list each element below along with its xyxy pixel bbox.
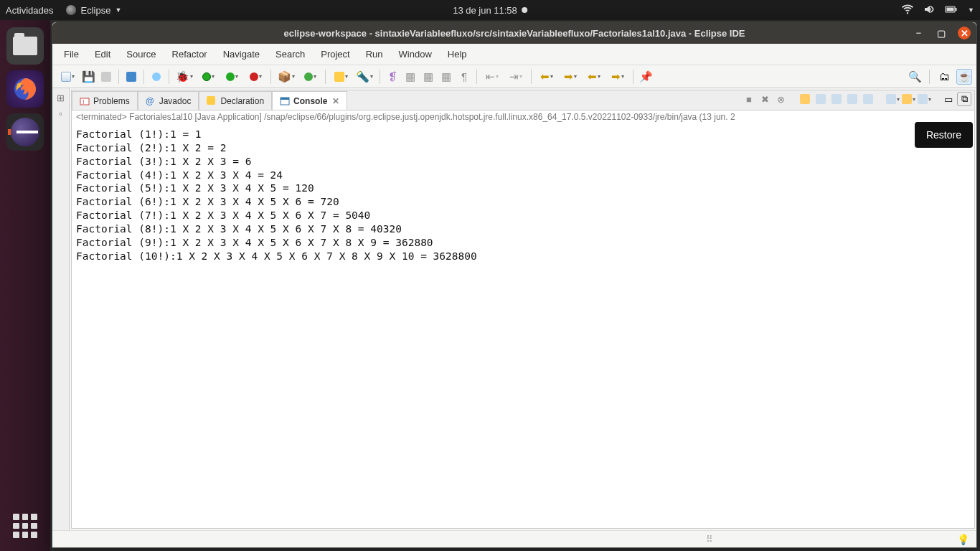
tab-javadoc-label: Javadoc — [159, 96, 192, 106]
svg-rect-1 — [956, 8, 957, 11]
save-all-button[interactable] — [98, 69, 114, 85]
coverage-button[interactable] — [221, 69, 242, 85]
console-open-console-button[interactable] — [917, 92, 931, 106]
status-handle-icon[interactable]: ⠿ — [706, 534, 713, 545]
menu-navigate[interactable]: Navigate — [216, 46, 267, 62]
new-type-button[interactable] — [299, 69, 321, 85]
menu-run[interactable]: Run — [359, 46, 390, 62]
wifi-icon[interactable] — [902, 4, 913, 17]
svg-text:!: ! — [83, 98, 85, 105]
package-explorer-min-icon[interactable]: ⊞ — [55, 93, 67, 104]
open-task-button[interactable]: ❡ — [385, 69, 400, 85]
maximize-button[interactable]: ▢ — [935, 27, 948, 39]
console-show-standard-out-button[interactable] — [845, 92, 859, 106]
annotation-next-button[interactable]: ⇥ — [505, 69, 527, 85]
status-bar: ⠿ 💡 — [52, 530, 976, 547]
close-tab-icon[interactable]: ✕ — [332, 96, 339, 106]
svg-rect-4 — [80, 98, 89, 105]
tab-declaration-label: Declaration — [220, 96, 264, 106]
window-title: eclipse-workspace - sintaxieVariableeflu… — [283, 28, 745, 39]
window-titlebar[interactable]: eclipse-workspace - sintaxieVariableeflu… — [52, 22, 976, 44]
menu-project[interactable]: Project — [314, 46, 357, 62]
open-type-button[interactable] — [330, 69, 352, 85]
svg-rect-7 — [281, 98, 289, 100]
system-menu-chevron-icon[interactable]: ▼ — [968, 6, 974, 14]
search-access-button[interactable]: 🔍 — [907, 69, 923, 85]
volume-icon[interactable] — [923, 4, 935, 17]
show-apps-icon[interactable] — [13, 514, 37, 538]
forward-button[interactable]: ➡ — [560, 69, 581, 85]
pin-button[interactable]: ¶ — [456, 69, 472, 85]
files-app-icon[interactable] — [6, 27, 44, 65]
console-show-standard-err-button[interactable] — [861, 92, 875, 106]
back-button[interactable]: ⬅ — [536, 69, 557, 85]
dock — [0, 20, 50, 551]
console-icon — [280, 96, 290, 106]
view-minimize-button[interactable]: ▭ — [941, 92, 956, 106]
annotation-prev-button[interactable]: ⇤ — [481, 69, 503, 85]
search-button[interactable]: 🔦 — [354, 69, 375, 85]
toggle-ws-button[interactable]: ▦ — [438, 69, 454, 85]
toggle-mark-button[interactable]: ▦ — [402, 69, 418, 85]
main-toolbar: 💾 🐞 📦 🔦 ❡ ▦ ▦ ▦ ¶ ⇤ ⇥ ⬅ ➡ ⬅ ➡ 📌 🔍 — [52, 65, 976, 88]
tab-problems-label: Problems — [93, 96, 130, 106]
console-display-button[interactable] — [901, 92, 915, 106]
tip-bulb-icon[interactable]: 💡 — [957, 534, 969, 545]
view-restore-button[interactable]: ⧉ — [957, 92, 971, 106]
new-button[interactable] — [57, 69, 78, 85]
toggle-breadcrumb-button[interactable] — [123, 69, 139, 85]
tab-console[interactable]: Console ✕ — [272, 91, 347, 110]
app-name-label: Eclipse — [80, 5, 110, 16]
eclipse-app-icon[interactable] — [6, 113, 44, 151]
console-view: ! Problems @ Javadoc Declaration Console… — [71, 90, 975, 529]
console-clear-button[interactable] — [798, 92, 812, 106]
menu-source[interactable]: Source — [119, 46, 163, 62]
next-edit-button[interactable]: ➡ — [607, 69, 628, 85]
external-tools-button[interactable] — [245, 69, 266, 85]
firefox-app-icon[interactable] — [6, 70, 44, 108]
clock[interactable]: 13 de jun 11:58 — [453, 5, 527, 16]
tab-declaration[interactable]: Declaration — [199, 91, 272, 110]
menu-bar: File Edit Source Refactor Navigate Searc… — [52, 44, 976, 65]
console-scroll-lock-button[interactable] — [814, 92, 828, 106]
menu-file[interactable]: File — [57, 46, 86, 62]
menu-help[interactable]: Help — [440, 46, 474, 62]
left-trim-bar: ⊞ ▫ — [52, 88, 70, 530]
close-button[interactable]: ✕ — [958, 27, 971, 39]
open-perspective-button[interactable]: 🗂 — [936, 69, 952, 85]
tab-problems[interactable]: ! Problems — [72, 91, 138, 110]
console-remove-button[interactable]: ✖ — [758, 92, 772, 106]
pin-editor-button[interactable]: 📌 — [638, 69, 654, 85]
menu-window[interactable]: Window — [392, 46, 439, 62]
activities-button[interactable]: Actividades — [6, 5, 53, 16]
battery-icon[interactable] — [945, 4, 958, 17]
new-package-button[interactable]: 📦 — [275, 69, 297, 85]
console-pin-button[interactable] — [885, 92, 900, 106]
javadoc-icon: @ — [146, 96, 156, 106]
console-word-wrap-button[interactable] — [829, 92, 844, 106]
minimize-button[interactable]: － — [912, 27, 925, 39]
console-output[interactable]: Factorial (1!):1 = 1 Factorial (2!):1 X … — [72, 126, 974, 528]
console-remove-all-button[interactable]: ⊗ — [773, 92, 788, 106]
java-perspective-button[interactable]: ☕ — [956, 69, 972, 85]
datetime-label: 13 de jun 11:58 — [453, 5, 517, 16]
restore-tooltip: Restore — [915, 122, 973, 148]
menu-edit[interactable]: Edit — [88, 46, 118, 62]
debug-button[interactable]: 🐞 — [174, 69, 195, 85]
tab-javadoc[interactable]: @ Javadoc — [138, 91, 199, 110]
menu-refactor[interactable]: Refactor — [165, 46, 215, 62]
eclipse-window: eclipse-workspace - sintaxieVariableeflu… — [52, 22, 977, 548]
save-button[interactable]: 💾 — [80, 69, 96, 85]
app-indicator[interactable]: Eclipse ▼ — [66, 5, 121, 16]
chevron-down-icon: ▼ — [115, 6, 121, 14]
last-edit-button[interactable]: ⬅ — [583, 69, 605, 85]
skip-breakpoints-button[interactable] — [149, 69, 164, 85]
menu-search[interactable]: Search — [268, 46, 312, 62]
problems-icon: ! — [80, 96, 90, 106]
toggle-block-button[interactable]: ▦ — [420, 69, 436, 85]
console-terminate-button[interactable]: ■ — [742, 92, 756, 106]
view-tabs: ! Problems @ Javadoc Declaration Console… — [72, 90, 974, 110]
run-button[interactable] — [197, 69, 219, 85]
restore-views-icon[interactable]: ▫ — [55, 108, 67, 120]
notification-dot-icon — [522, 7, 527, 13]
